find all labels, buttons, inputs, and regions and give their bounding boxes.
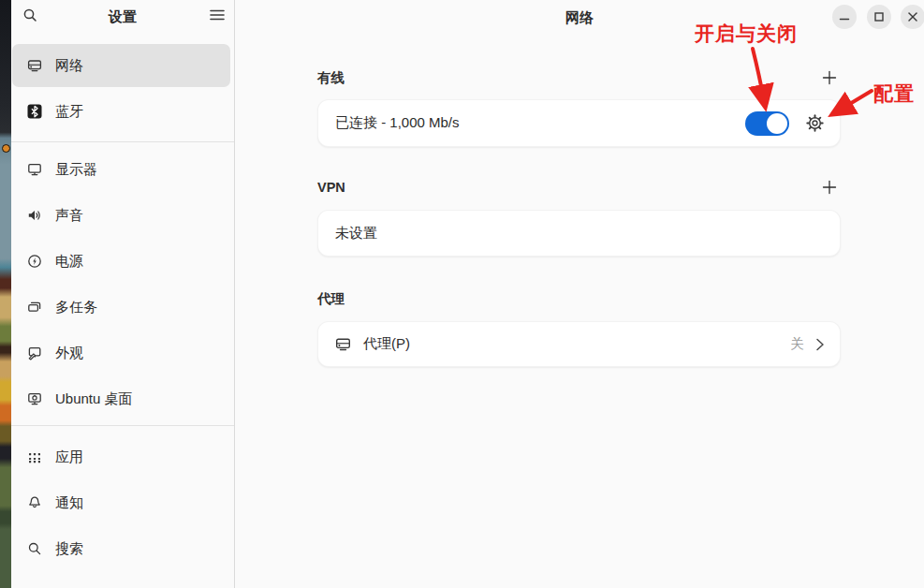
magnifier-icon (27, 541, 42, 556)
bluetooth-icon (27, 104, 42, 119)
proxy-status: 关 (791, 335, 805, 353)
vpn-status-text: 未设置 (335, 225, 825, 243)
speaker-icon (27, 208, 42, 223)
sidebar-item-ubuntu-desktop[interactable]: Ubuntu 桌面 (12, 377, 230, 420)
minimize-icon (839, 11, 850, 22)
sidebar-separator (11, 141, 234, 142)
sidebar-item-network[interactable]: 网络 (12, 44, 230, 87)
section-label: 有线 (317, 69, 345, 87)
proxy-label: 代理(P) (363, 335, 791, 353)
sidebar-item-label: 搜索 (55, 540, 83, 558)
sidebar-item-apps[interactable]: 应用 (12, 435, 230, 478)
gear-icon (805, 113, 825, 133)
wallpaper-detail (2, 144, 10, 153)
section-label: VPN (317, 180, 345, 195)
ubuntu-desktop-icon (27, 391, 42, 406)
proxy-network-icon (335, 336, 351, 352)
close-button[interactable] (901, 5, 924, 29)
connection-status-text: 已连接 - 1,000 Mb/s (335, 114, 745, 132)
vpn-row[interactable]: 未设置 (317, 210, 841, 257)
sidebar-item-displays[interactable]: 显示器 (12, 148, 230, 191)
plus-icon (822, 180, 837, 195)
vpn-section-header: VPN (317, 176, 841, 198)
sidebar-item-power[interactable]: 电源 (12, 240, 230, 283)
sidebar-item-multitasking[interactable]: 多任务 (12, 286, 230, 329)
maximize-button[interactable] (867, 5, 891, 29)
wired-settings-button[interactable] (805, 113, 825, 133)
sidebar-item-label: 网络 (55, 57, 83, 75)
desktop-wallpaper-strip (0, 0, 11, 588)
monitor-icon (27, 162, 42, 177)
sidebar-item-label: Ubuntu 桌面 (55, 390, 133, 408)
page-title: 网络 (235, 9, 924, 27)
apps-grid-icon (27, 449, 42, 464)
minimize-button[interactable] (832, 5, 857, 29)
sidebar: 设置 网络 蓝牙 显示器 (11, 0, 235, 588)
plus-icon (822, 70, 837, 85)
sidebar-separator (11, 425, 234, 426)
sidebar-item-label: 通知 (55, 494, 83, 512)
appearance-icon (27, 345, 42, 360)
window-title: 设置 (11, 8, 234, 26)
add-vpn-button[interactable] (818, 176, 841, 198)
sidebar-item-sound[interactable]: 声音 (12, 194, 230, 237)
close-icon (907, 11, 918, 22)
proxy-row[interactable]: 代理(P) 关 (317, 321, 841, 367)
network-icon (27, 58, 42, 73)
maximize-icon (873, 11, 885, 22)
sidebar-item-label: 多任务 (55, 299, 97, 316)
sidebar-item-label: 应用 (55, 448, 83, 466)
main-menu-button[interactable] (206, 6, 228, 28)
sidebar-item-appearance[interactable]: 外观 (12, 331, 230, 375)
chevron-right-icon (815, 337, 825, 352)
settings-window: 设置 网络 蓝牙 显示器 (0, 0, 924, 588)
sidebar-item-label: 蓝牙 (55, 103, 83, 121)
bell-icon (27, 495, 42, 510)
annotation-gear-label: 配置 (873, 81, 915, 107)
wired-connection-row[interactable]: 已连接 - 1,000 Mb/s (317, 99, 841, 147)
sidebar-item-bluetooth[interactable]: 蓝牙 (12, 90, 230, 133)
sidebar-item-label: 外观 (55, 345, 83, 362)
sidebar-item-label: 声音 (55, 207, 83, 225)
proxy-section-header: 代理 (317, 287, 841, 310)
wired-section-header: 有线 (317, 66, 841, 89)
sidebar-header: 设置 (11, 0, 234, 34)
power-icon (27, 254, 42, 269)
sidebar-item-search[interactable]: 搜索 (12, 527, 230, 570)
add-wired-connection-button[interactable] (818, 66, 841, 89)
sidebar-item-label: 电源 (55, 253, 83, 271)
multitasking-icon (27, 300, 42, 315)
annotation-toggle-label: 开启与关闭 (695, 21, 798, 47)
sidebar-item-label: 显示器 (55, 161, 97, 179)
wired-toggle-switch[interactable] (745, 111, 789, 136)
sidebar-nav: 网络 蓝牙 显示器 声音 电源 (11, 34, 234, 573)
toggle-knob (767, 113, 787, 134)
sidebar-item-notifications[interactable]: 通知 (12, 481, 230, 524)
main-panel: 网络 有线 已连接 - 1,000 Mb/s (235, 0, 924, 588)
section-label: 代理 (317, 290, 345, 308)
hamburger-menu-icon (210, 8, 225, 25)
